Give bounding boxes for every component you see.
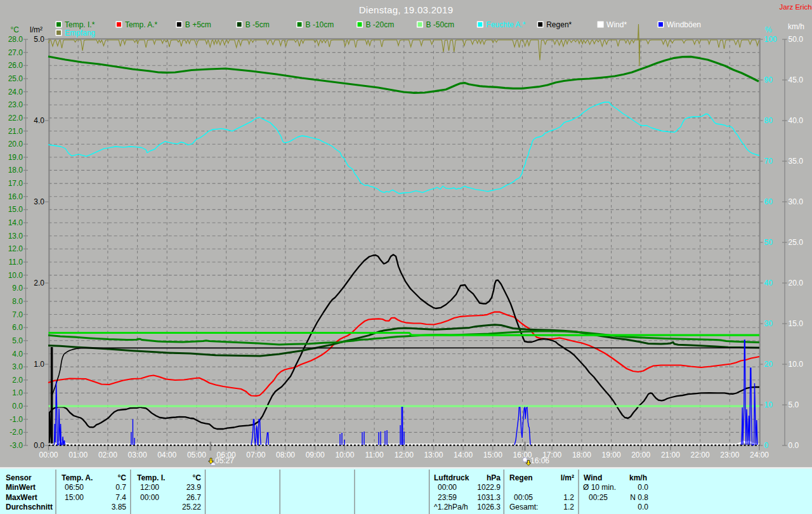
svg-text:16:00: 16:00: [513, 451, 532, 459]
svg-text:30.0: 30.0: [789, 197, 804, 206]
svg-text:12:00: 12:00: [140, 483, 159, 492]
svg-text:10.0: 10.0: [8, 271, 23, 280]
svg-text:2.0: 2.0: [34, 279, 44, 287]
svg-text:16:06: 16:06: [530, 456, 549, 465]
svg-text:B +5cm: B +5cm: [185, 20, 211, 29]
svg-text:Ø 10 min.: Ø 10 min.: [583, 483, 616, 492]
svg-text:100: 100: [764, 35, 777, 44]
svg-text:MaxWert: MaxWert: [6, 493, 37, 502]
svg-text:13.0: 13.0: [8, 232, 23, 241]
svg-text:4.0: 4.0: [34, 116, 44, 125]
svg-text:B -50cm: B -50cm: [426, 20, 454, 29]
svg-text:23.9: 23.9: [187, 483, 202, 492]
svg-text:1026.3: 1026.3: [477, 503, 501, 511]
svg-text:^1.2hPa/h: ^1.2hPa/h: [434, 503, 468, 511]
svg-text:Dienstag, 19.03.2019: Dienstag, 19.03.2019: [359, 4, 454, 15]
svg-text:19:00: 19:00: [602, 451, 621, 459]
svg-text:00:00: 00:00: [438, 483, 457, 492]
svg-text:5.0: 5.0: [12, 336, 23, 345]
svg-text:25.22: 25.22: [182, 503, 201, 511]
svg-text:28.0: 28.0: [8, 35, 23, 44]
svg-text:B -5cm: B -5cm: [246, 20, 270, 29]
svg-text:10.0: 10.0: [789, 360, 804, 369]
svg-text:7.4: 7.4: [115, 493, 126, 502]
svg-text:°C: °C: [118, 473, 127, 482]
svg-text:00:00: 00:00: [39, 451, 58, 459]
svg-text:7.0: 7.0: [12, 310, 23, 319]
svg-text:2.0: 2.0: [12, 376, 23, 385]
svg-text:60: 60: [764, 197, 773, 206]
svg-text:0.0: 0.0: [12, 402, 23, 411]
svg-text:13:00: 13:00: [424, 451, 443, 459]
svg-text:27.0: 27.0: [8, 48, 23, 57]
svg-text:Windböen: Windböen: [667, 20, 701, 29]
svg-text:12.0: 12.0: [8, 244, 23, 253]
svg-text:Gesamt:: Gesamt:: [509, 503, 538, 511]
svg-text:20.0: 20.0: [789, 279, 804, 287]
svg-text:40.0: 40.0: [789, 116, 804, 125]
svg-text:15.0: 15.0: [789, 319, 804, 328]
svg-text:3.85: 3.85: [112, 503, 127, 511]
svg-text:l/m²: l/m²: [561, 473, 574, 482]
svg-text:20:00: 20:00: [631, 451, 650, 459]
svg-text:B -20cm: B -20cm: [366, 20, 395, 29]
svg-text:20: 20: [764, 360, 773, 369]
svg-text:21.0: 21.0: [8, 127, 23, 136]
svg-text:9.0: 9.0: [12, 284, 23, 293]
svg-text:04:00: 04:00: [157, 451, 176, 459]
svg-text:Temp. I.: Temp. I.: [137, 473, 165, 482]
svg-text:02:00: 02:00: [98, 451, 117, 459]
svg-text:50: 50: [764, 238, 773, 247]
svg-text:0.0: 0.0: [789, 441, 799, 450]
svg-text:°C: °C: [11, 25, 20, 34]
svg-text:07:00: 07:00: [246, 451, 265, 459]
svg-text:14.0: 14.0: [8, 218, 23, 227]
svg-text:5.0: 5.0: [34, 35, 44, 44]
svg-text:08:00: 08:00: [276, 451, 295, 459]
svg-text:Regen: Regen: [509, 473, 533, 482]
svg-text:3.0: 3.0: [34, 197, 44, 206]
svg-text:18.0: 18.0: [8, 166, 23, 175]
svg-text:15:00: 15:00: [483, 451, 502, 459]
svg-text:25.0: 25.0: [8, 74, 23, 83]
svg-text:1031.3: 1031.3: [477, 493, 501, 502]
svg-text:23:00: 23:00: [720, 451, 739, 459]
svg-text:-1.0: -1.0: [10, 415, 23, 424]
svg-text:Empfang: Empfang: [65, 29, 95, 37]
svg-text:21:00: 21:00: [661, 451, 680, 459]
svg-text:22.0: 22.0: [8, 114, 23, 122]
svg-text:24.0: 24.0: [8, 88, 23, 96]
svg-text:10: 10: [764, 400, 773, 409]
svg-text:15:00: 15:00: [65, 493, 84, 502]
svg-text:hPa: hPa: [487, 473, 501, 482]
svg-text:24:00: 24:00: [750, 451, 769, 459]
svg-text:Jarz Erich: Jarz Erich: [780, 3, 812, 11]
svg-text:17.0: 17.0: [8, 179, 23, 188]
svg-text:1.0: 1.0: [12, 388, 23, 397]
svg-text:Feuchte A.*: Feuchte A.*: [486, 20, 525, 29]
svg-text:12:00: 12:00: [395, 451, 414, 459]
svg-text:40: 40: [764, 279, 773, 287]
svg-text:%: %: [765, 25, 772, 34]
svg-text:N 0.8: N 0.8: [630, 493, 648, 502]
svg-text:18:00: 18:00: [572, 451, 591, 459]
svg-text:26.0: 26.0: [8, 61, 23, 70]
svg-text:Temp. I.*: Temp. I.*: [65, 20, 95, 29]
svg-text:°C: °C: [193, 473, 202, 482]
svg-text:0.7: 0.7: [115, 483, 126, 492]
svg-text:MinWert: MinWert: [6, 483, 36, 492]
svg-text:0: 0: [764, 441, 769, 450]
svg-text:09:00: 09:00: [306, 451, 325, 459]
svg-text:1.2: 1.2: [563, 503, 574, 511]
svg-text:00:00: 00:00: [140, 493, 159, 502]
svg-text:Temp. A.: Temp. A.: [62, 473, 93, 482]
svg-text:0.0: 0.0: [34, 441, 44, 450]
svg-text:1.0: 1.0: [34, 360, 44, 369]
svg-text:30: 30: [764, 319, 773, 328]
svg-text:25.0: 25.0: [789, 238, 804, 247]
svg-text:km/h: km/h: [788, 22, 804, 31]
svg-text:01:00: 01:00: [69, 451, 88, 459]
svg-text:26.7: 26.7: [187, 493, 202, 502]
svg-text:06:50: 06:50: [65, 483, 84, 492]
svg-text:4.0: 4.0: [12, 350, 23, 359]
